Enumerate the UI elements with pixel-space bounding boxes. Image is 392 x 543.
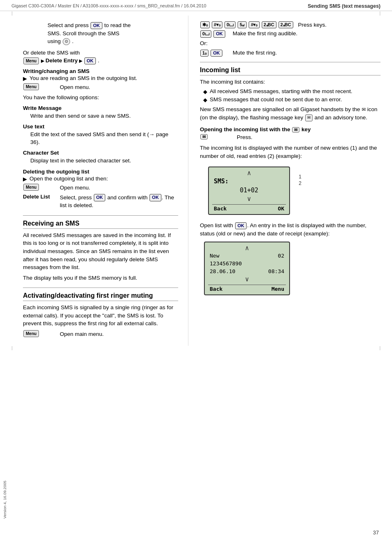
press-key-label2: 1₀ OK (200, 50, 229, 57)
key-5: 5ₐₗ (238, 21, 247, 28)
incoming-bullet1: ◆ All received SMS messages, starting wi… (200, 88, 381, 95)
msg-key-icon: ✉ (305, 114, 313, 121)
arrow-deleting: ▶ (23, 176, 27, 182)
delete-entry-label: Delete Entry (45, 57, 78, 64)
keys-row: ✱₀ #▾₀ 0⌴ 5ₐₗ #▾₀ 2ₐBC 2ₐBC Press keys. (200, 21, 381, 28)
or-label: Or: (200, 39, 381, 48)
display1-sms-label: SMS: (214, 178, 229, 185)
receiving-para2: The display tells you if the SMS memory … (23, 274, 178, 282)
msg-key-press: ✉ (200, 134, 208, 139)
key-ok-dl2: OK (150, 194, 161, 201)
key-1-row2: 1₀ (200, 50, 208, 57)
phone-display-2: ∧ New 02 1234567890 28.06.10 08:34 ∨ Bac… (204, 242, 290, 295)
key-ok-row1: OK (213, 30, 225, 37)
delete-list-row: Delete List Select, press OK and confirm… (23, 194, 178, 210)
deleting-bullet: ▶ Open the outgoing list and then: (23, 176, 178, 182)
nav-key-inline: ⊙ (63, 38, 70, 45)
key-hash1: #▾₀ (212, 21, 222, 28)
annotation-2: 2 (299, 180, 301, 186)
write-message-label: Write Message (23, 105, 178, 111)
press-key-label1: 0⌴ OK (200, 30, 229, 37)
activating-open-menu: Open main menu. (60, 330, 178, 338)
key-hash2: #▾₀ (249, 21, 259, 28)
use-text-label: Use text (23, 123, 178, 130)
options-intro: You have the following options: (23, 94, 178, 102)
msg-key-heading: ✉ (292, 127, 299, 132)
write-message-option: Write Message Write and then send or sav… (23, 105, 178, 120)
display2-softkey-left: Back (210, 286, 222, 292)
activating-section: Activating/deactivating first ringer mut… (23, 287, 178, 338)
key-star: ✱₀ (200, 21, 210, 28)
deleting-section: Deleting the outgoing list ▶ Open the ou… (23, 169, 178, 210)
activating-para1: Each incoming SMS is signalled by a sing… (23, 303, 178, 328)
or-delete-text: Or delete the SMS with (23, 50, 80, 56)
incoming-section: Incoming list The incoming list contains… (200, 62, 381, 122)
character-set-desc: Display text in the selected character s… (23, 157, 178, 165)
writing-open-menu: Open menu. (60, 83, 178, 91)
intro-text-read: to read the (104, 22, 131, 28)
opening-desc: The incoming list is displayed with the … (200, 144, 381, 160)
writing-menu-row: Menu Open menu. (23, 83, 178, 91)
deleting-open-menu: Open menu. (60, 184, 178, 192)
key-2b: 2ₐBC (279, 21, 293, 28)
receiving-rule (23, 215, 178, 216)
writing-section: Writing/changing an SMS ▶ You are readin… (23, 68, 178, 164)
display1-down-arrow: ∨ (212, 195, 286, 203)
phone-display-1-wrapper: ∧ SMS: 01+02 ∨ Back OK 1 2 (200, 162, 290, 219)
display2-time: 08:34 (268, 268, 284, 274)
display2-count: 02 (278, 253, 284, 259)
deleting-menu-row: Menu Open menu. (23, 184, 178, 192)
deleting-heading: Deleting the outgoing list (23, 169, 178, 175)
press-key-desc2: Mute the first ring. (233, 49, 381, 57)
display2-row2: 1234567890 (208, 260, 286, 267)
diamond-1: ◆ (203, 89, 207, 95)
receiving-para1: All received SMS messages are saved in t… (23, 231, 178, 272)
activating-heading: Activating/deactivating first ringer mut… (23, 292, 178, 301)
incoming-bullet2-text: SMS messages that could not be sent due … (210, 96, 342, 103)
key-0-row1: 0⌴ (200, 30, 211, 37)
period-delete: . (98, 57, 100, 64)
phone-display-1: ∧ SMS: 01+02 ∨ Back OK (208, 167, 290, 215)
bottom-tick-right: | (379, 346, 381, 350)
bottom-tick-left: | (11, 346, 13, 350)
open-list-desc: Open list with OK. An entry in the list … (200, 221, 381, 237)
arrow-writing: ▶ (23, 75, 27, 82)
margin-tick-right: | (379, 11, 381, 16)
display1-count: 01+02 (212, 186, 286, 195)
opening-heading: Opening the incoming list with the ✉ key (200, 126, 381, 132)
activating-menu-key-cell: Menu (23, 330, 60, 337)
arrow-delete-2: ▶ (79, 58, 84, 63)
display1-up-arrow: ∧ (212, 169, 286, 177)
main-content: Select and press OK to read the SMS. Scr… (0, 16, 392, 346)
intro-text-dot: . (72, 38, 74, 44)
or-delete-block: Or delete the SMS with Menu ▶ Delete Ent… (23, 49, 178, 65)
press-key-desc1: Make the first ring audible. (233, 30, 381, 38)
activating-menu-row: Menu Open main menu. (23, 330, 178, 338)
display1-softkeys: Back OK (212, 204, 286, 212)
press-key-row2: 1₀ OK Mute the first ring. (200, 49, 381, 57)
key-ok-open-list: OK (235, 222, 247, 229)
margin-tick-left: | (11, 11, 13, 16)
writing-bullet-text: You are reading an SMS in the outgoing l… (29, 75, 137, 81)
display1-softkey-right: OK (278, 205, 284, 212)
intro-block: Select and press OK to read the SMS. Scr… (23, 21, 178, 46)
character-set-option: Character Set Display text in the select… (23, 150, 178, 165)
intro-text-scroll: SMS. Scroll through the SMS (48, 30, 120, 37)
opening-press-text: Press. (237, 133, 381, 141)
character-set-label: Character Set (23, 150, 178, 156)
key-menu-writing: Menu (23, 83, 39, 90)
use-text-desc: Edit the text of the saved SMS and then … (23, 130, 178, 146)
deleting-bullet-text: Open the outgoing list and then: (29, 176, 108, 182)
display1-sms-row: SMS: (212, 177, 286, 186)
display2-row3: 28.06.10 08:34 (208, 267, 286, 275)
envelope-icon: ✉ (362, 107, 366, 112)
key-ok-dl1: OK (94, 194, 106, 201)
display2-new-label: New (210, 253, 219, 259)
key-menu-delete: Menu (23, 57, 39, 64)
incoming-bullet2: ◆ SMS messages that could not be sent du… (200, 96, 381, 103)
intro-text-select: Select and press (48, 22, 90, 28)
press-keys-section: ✱₀ #▾₀ 0⌴ 5ₐₗ #▾₀ 2ₐBC 2ₐBC Press keys. … (200, 21, 381, 57)
right-column: ✱₀ #▾₀ 0⌴ 5ₐₗ #▾₀ 2ₐBC 2ₐBC Press keys. … (188, 16, 392, 346)
display2-down-arrow: ∨ (208, 275, 286, 283)
display1-softkey-left: Back (214, 205, 227, 212)
